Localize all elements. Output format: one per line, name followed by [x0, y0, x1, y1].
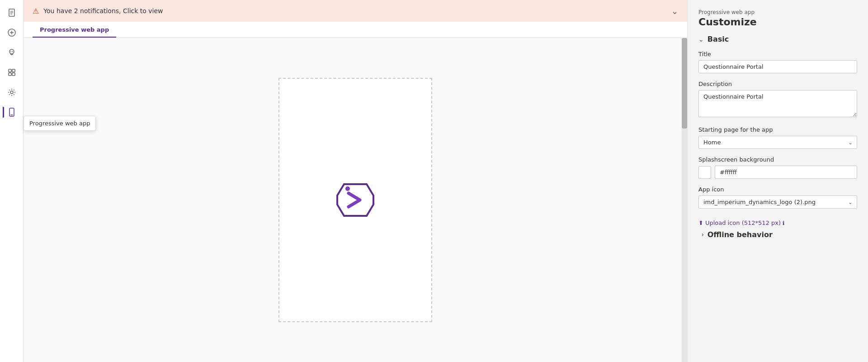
title-field-label: Title [698, 51, 857, 57]
svg-point-9 [12, 51, 13, 52]
app-icon-select[interactable]: imd_imperium_dynamics_logo (2).png [698, 195, 857, 209]
svg-rect-13 [12, 73, 15, 76]
starting-page-select-wrapper: Home ⌄ [698, 136, 857, 149]
sidebar-icon-phone[interactable] [3, 103, 21, 121]
color-input[interactable] [715, 166, 857, 179]
canvas-scrollbar[interactable] [682, 38, 687, 362]
sidebar [0, 0, 24, 362]
description-field-input[interactable]: Questionnaire Portal [698, 90, 857, 117]
notification-content: ⚠ You have 2 notifications, Click to vie… [33, 7, 163, 15]
description-field-label: Description [698, 81, 857, 87]
canvas-area [24, 38, 687, 362]
starting-page-select[interactable]: Home [698, 136, 857, 149]
panel-title: Customize [698, 16, 857, 28]
upload-icon-link[interactable]: ⬆ Upload icon (512*512 px) ℹ [698, 219, 785, 226]
svg-rect-11 [12, 69, 15, 72]
description-field-group: Description Questionnaire Portal [698, 81, 857, 119]
color-swatch[interactable] [698, 166, 711, 179]
notification-message: You have 2 notifications, Click to view [43, 7, 163, 14]
splashscreen-label: Splashscreen background [698, 156, 857, 163]
basic-section-header[interactable]: ⌄ Basic [698, 35, 857, 43]
starting-page-label: Starting page for the app [698, 126, 857, 133]
app-icon-select-wrapper: imd_imperium_dynamics_logo (2).png ⌄ [698, 195, 857, 209]
sidebar-icon-settings[interactable] [3, 83, 21, 101]
offline-section: ⌄ Offline behavior [698, 230, 857, 239]
offline-section-label: Offline behavior [708, 230, 773, 239]
tab-progressive-web-app[interactable]: Progressive web app [33, 23, 116, 38]
phone-frame [278, 78, 432, 322]
basic-section-label: Basic [708, 35, 729, 43]
sidebar-icon-add[interactable] [3, 24, 21, 42]
svg-rect-10 [9, 69, 11, 72]
upload-info-icon: ℹ [783, 220, 785, 226]
offline-section-header[interactable]: ⌄ Offline behavior [698, 230, 857, 239]
svg-rect-12 [9, 73, 11, 76]
svg-point-7 [9, 49, 14, 54]
splashscreen-field-group: Splashscreen background [698, 156, 857, 179]
tab-bar: Progressive web app [24, 22, 687, 38]
main-content: ⚠ You have 2 notifications, Click to vie… [24, 0, 687, 362]
upload-arrow-icon: ⬆ [698, 219, 703, 226]
app-logo [335, 180, 376, 220]
svg-point-8 [10, 51, 11, 52]
title-field-group: Title [698, 51, 857, 73]
notification-bar: ⚠ You have 2 notifications, Click to vie… [24, 0, 687, 22]
starting-page-field-group: Starting page for the app Home ⌄ [698, 126, 857, 149]
app-icon-field-group: App icon imd_imperium_dynamics_logo (2).… [698, 186, 857, 209]
sidebar-tooltip: Progressive web app [24, 116, 96, 131]
sidebar-icon-ai[interactable] [3, 43, 21, 62]
title-field-input[interactable] [698, 60, 857, 73]
right-panel: Progressive web app Customize ⌄ Basic Ti… [687, 0, 868, 362]
sidebar-icon-page[interactable] [3, 4, 21, 22]
upload-link-text: Upload icon (512*512 px) [705, 219, 781, 226]
canvas-scrollbar-thumb[interactable] [682, 38, 687, 129]
color-field-wrapper [698, 166, 857, 179]
app-icon-label: App icon [698, 186, 857, 193]
svg-point-14 [10, 91, 13, 94]
warning-icon: ⚠ [33, 7, 39, 15]
sidebar-icon-grid[interactable] [3, 63, 21, 81]
panel-header: Progressive web app Customize [698, 9, 857, 28]
notification-close-button[interactable]: ⌄ [671, 6, 678, 16]
basic-chevron-icon: ⌄ [698, 36, 704, 43]
svg-point-17 [345, 186, 350, 191]
logo-container [335, 180, 376, 220]
panel-subtitle: Progressive web app [698, 9, 857, 15]
offline-chevron-icon: ⌄ [698, 232, 705, 238]
